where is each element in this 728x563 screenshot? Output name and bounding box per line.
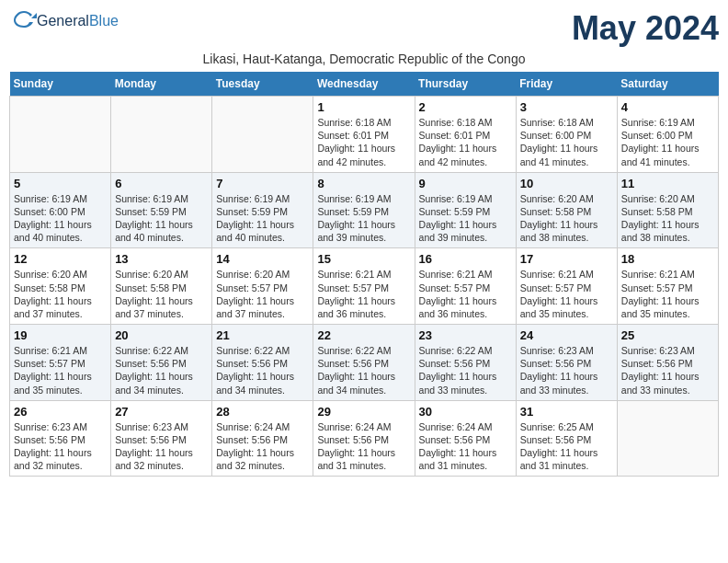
day-info: Sunrise: 6:22 AM Sunset: 5:56 PM Dayligh… (317, 344, 410, 396)
calendar-cell (617, 400, 718, 477)
day-number: 19 (14, 328, 107, 342)
calendar-cell: 21Sunrise: 6:22 AM Sunset: 5:56 PM Dayli… (212, 325, 313, 401)
day-number: 25 (621, 328, 714, 342)
calendar-cell: 11Sunrise: 6:20 AM Sunset: 5:58 PM Dayli… (617, 172, 718, 248)
header: GeneralBlue May 2024 (9, 9, 719, 48)
day-info: Sunrise: 6:25 AM Sunset: 5:56 PM Dayligh… (520, 420, 613, 473)
calendar-cell: 10Sunrise: 6:20 AM Sunset: 5:58 PM Dayli… (516, 172, 617, 248)
day-number: 15 (317, 252, 410, 266)
day-info: Sunrise: 6:21 AM Sunset: 5:57 PM Dayligh… (419, 268, 512, 320)
day-info: Sunrise: 6:24 AM Sunset: 5:56 PM Dayligh… (317, 420, 410, 473)
header-cell-saturday: Saturday (617, 72, 718, 97)
day-number: 14 (216, 252, 309, 266)
header-cell-monday: Monday (111, 72, 212, 97)
day-number: 21 (216, 328, 309, 342)
calendar-cell: 23Sunrise: 6:22 AM Sunset: 5:56 PM Dayli… (415, 325, 516, 401)
day-number: 22 (317, 328, 410, 342)
calendar-cell: 17Sunrise: 6:21 AM Sunset: 5:57 PM Dayli… (516, 248, 617, 325)
day-number: 13 (115, 252, 208, 266)
day-info: Sunrise: 6:23 AM Sunset: 5:56 PM Dayligh… (115, 420, 208, 473)
day-info: Sunrise: 6:19 AM Sunset: 6:00 PM Dayligh… (14, 192, 107, 245)
calendar-cell: 20Sunrise: 6:22 AM Sunset: 5:56 PM Dayli… (111, 325, 212, 401)
calendar-cell (111, 97, 212, 173)
day-info: Sunrise: 6:22 AM Sunset: 5:56 PM Dayligh… (115, 344, 208, 396)
day-info: Sunrise: 6:20 AM Sunset: 5:58 PM Dayligh… (14, 268, 107, 320)
day-number: 10 (520, 177, 613, 190)
day-number: 20 (115, 328, 208, 342)
calendar-cell: 14Sunrise: 6:20 AM Sunset: 5:57 PM Dayli… (212, 248, 313, 325)
day-info: Sunrise: 6:20 AM Sunset: 5:58 PM Dayligh… (621, 192, 714, 245)
calendar-cell: 2Sunrise: 6:18 AM Sunset: 6:01 PM Daylig… (415, 97, 516, 173)
day-number: 27 (115, 405, 208, 419)
day-number: 31 (520, 405, 613, 419)
calendar-cell: 29Sunrise: 6:24 AM Sunset: 5:56 PM Dayli… (313, 400, 415, 477)
day-number: 6 (115, 177, 208, 190)
header-cell-wednesday: Wednesday (313, 72, 415, 97)
title-area: May 2024 (572, 9, 719, 48)
calendar-cell: 6Sunrise: 6:19 AM Sunset: 5:59 PM Daylig… (111, 172, 212, 248)
subtitle: Likasi, Haut-Katanga, Democratic Republi… (9, 52, 719, 66)
day-info: Sunrise: 6:23 AM Sunset: 5:56 PM Dayligh… (621, 344, 714, 396)
day-info: Sunrise: 6:18 AM Sunset: 6:01 PM Dayligh… (317, 116, 410, 168)
day-info: Sunrise: 6:18 AM Sunset: 6:00 PM Dayligh… (520, 116, 613, 168)
day-info: Sunrise: 6:21 AM Sunset: 5:57 PM Dayligh… (14, 344, 107, 396)
day-info: Sunrise: 6:22 AM Sunset: 5:56 PM Dayligh… (216, 344, 309, 396)
header-cell-friday: Friday (516, 72, 617, 97)
week-row-3: 12Sunrise: 6:20 AM Sunset: 5:58 PM Dayli… (10, 248, 719, 325)
calendar-cell: 13Sunrise: 6:20 AM Sunset: 5:58 PM Dayli… (111, 248, 212, 325)
logo-icon (11, 9, 37, 29)
day-number: 23 (419, 328, 512, 342)
day-info: Sunrise: 6:22 AM Sunset: 5:56 PM Dayligh… (419, 344, 512, 396)
day-number: 7 (216, 177, 309, 190)
header-cell-thursday: Thursday (415, 72, 516, 97)
calendar-cell: 16Sunrise: 6:21 AM Sunset: 5:57 PM Dayli… (415, 248, 516, 325)
week-row-2: 5Sunrise: 6:19 AM Sunset: 6:00 PM Daylig… (10, 172, 719, 248)
calendar-table: SundayMondayTuesdayWednesdayThursdayFrid… (9, 72, 719, 477)
calendar-cell: 7Sunrise: 6:19 AM Sunset: 5:59 PM Daylig… (212, 172, 313, 248)
day-info: Sunrise: 6:21 AM Sunset: 5:57 PM Dayligh… (621, 268, 714, 320)
day-number: 29 (317, 405, 410, 419)
main-title: May 2024 (572, 9, 719, 48)
day-number: 3 (520, 100, 613, 114)
header-row: SundayMondayTuesdayWednesdayThursdayFrid… (10, 72, 719, 97)
calendar-cell (10, 97, 111, 173)
week-row-4: 19Sunrise: 6:21 AM Sunset: 5:57 PM Dayli… (10, 325, 719, 401)
day-info: Sunrise: 6:19 AM Sunset: 6:00 PM Dayligh… (621, 116, 714, 168)
logo: GeneralBlue (9, 9, 119, 33)
week-row-1: 1Sunrise: 6:18 AM Sunset: 6:01 PM Daylig… (10, 97, 719, 173)
day-info: Sunrise: 6:21 AM Sunset: 5:57 PM Dayligh… (317, 268, 410, 320)
calendar-cell: 4Sunrise: 6:19 AM Sunset: 6:00 PM Daylig… (617, 97, 718, 173)
calendar-cell: 19Sunrise: 6:21 AM Sunset: 5:57 PM Dayli… (10, 325, 111, 401)
day-info: Sunrise: 6:19 AM Sunset: 5:59 PM Dayligh… (419, 192, 512, 245)
calendar-cell: 12Sunrise: 6:20 AM Sunset: 5:58 PM Dayli… (10, 248, 111, 325)
logo-text: GeneralBlue (37, 13, 119, 29)
day-info: Sunrise: 6:18 AM Sunset: 6:01 PM Dayligh… (419, 116, 512, 168)
day-info: Sunrise: 6:20 AM Sunset: 5:58 PM Dayligh… (520, 192, 613, 245)
calendar-cell: 25Sunrise: 6:23 AM Sunset: 5:56 PM Dayli… (617, 325, 718, 401)
day-info: Sunrise: 6:23 AM Sunset: 5:56 PM Dayligh… (520, 344, 613, 396)
day-number: 28 (216, 405, 309, 419)
day-number: 1 (317, 100, 410, 114)
calendar-cell: 30Sunrise: 6:24 AM Sunset: 5:56 PM Dayli… (415, 400, 516, 477)
day-number: 24 (520, 328, 613, 342)
day-info: Sunrise: 6:24 AM Sunset: 5:56 PM Dayligh… (216, 420, 309, 473)
calendar-cell: 15Sunrise: 6:21 AM Sunset: 5:57 PM Dayli… (313, 248, 415, 325)
day-info: Sunrise: 6:20 AM Sunset: 5:57 PM Dayligh… (216, 268, 309, 320)
day-info: Sunrise: 6:21 AM Sunset: 5:57 PM Dayligh… (520, 268, 613, 320)
calendar-cell: 3Sunrise: 6:18 AM Sunset: 6:00 PM Daylig… (516, 97, 617, 173)
day-number: 30 (419, 405, 512, 419)
calendar-cell: 27Sunrise: 6:23 AM Sunset: 5:56 PM Dayli… (111, 400, 212, 477)
header-cell-tuesday: Tuesday (212, 72, 313, 97)
calendar-cell: 8Sunrise: 6:19 AM Sunset: 5:59 PM Daylig… (313, 172, 415, 248)
day-number: 2 (419, 100, 512, 114)
day-info: Sunrise: 6:20 AM Sunset: 5:58 PM Dayligh… (115, 268, 208, 320)
day-number: 12 (14, 252, 107, 266)
day-number: 26 (14, 405, 107, 419)
day-info: Sunrise: 6:24 AM Sunset: 5:56 PM Dayligh… (419, 420, 512, 473)
day-number: 18 (621, 252, 714, 266)
day-number: 17 (520, 252, 613, 266)
calendar-cell: 22Sunrise: 6:22 AM Sunset: 5:56 PM Dayli… (313, 325, 415, 401)
calendar-cell: 28Sunrise: 6:24 AM Sunset: 5:56 PM Dayli… (212, 400, 313, 477)
week-row-5: 26Sunrise: 6:23 AM Sunset: 5:56 PM Dayli… (10, 400, 719, 477)
day-number: 5 (14, 177, 107, 190)
